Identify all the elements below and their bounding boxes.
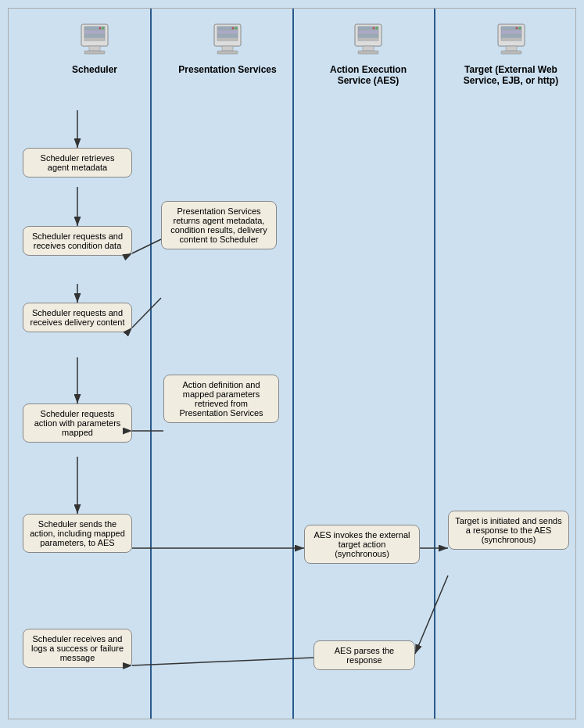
box-scheduler-condition-data: Scheduler requests and receives conditio… [23,226,132,256]
svg-point-34 [518,27,521,30]
box-scheduler-delivery-content: Scheduler requests and receives delivery… [23,303,132,332]
svg-rect-32 [506,46,517,51]
svg-rect-3 [84,30,105,34]
box-scheduler-requests-action: Scheduler requests action with parameter… [23,403,132,443]
svg-point-7 [102,27,105,30]
scheduler-server-icon [75,20,114,59]
svg-point-35 [515,27,518,30]
svg-rect-5 [89,46,100,51]
svg-rect-11 [217,27,238,30]
svg-line-41 [132,298,161,328]
scheduler-column-header: Scheduler [48,20,142,75]
aes-column-header: Action Execution Service (AES) [313,20,423,86]
svg-point-26 [373,27,375,30]
presentation-title: Presentation Services [178,64,276,75]
svg-rect-29 [501,27,521,30]
svg-rect-23 [363,46,374,51]
svg-rect-12 [217,30,238,34]
box-aes-parses: AES parses the response [313,640,415,670]
svg-rect-15 [217,51,238,54]
svg-rect-13 [217,34,238,38]
box-scheduler-sends-action: Scheduler sends the action, including ma… [23,514,132,553]
svg-rect-21 [358,30,378,34]
svg-rect-6 [84,51,105,54]
svg-point-8 [99,27,102,30]
svg-point-16 [235,27,238,30]
box-scheduler-retrieves-metadata: Scheduler retrieves agent metadata [23,148,132,178]
svg-rect-14 [222,46,233,51]
svg-point-17 [232,27,235,30]
svg-line-47 [415,576,448,654]
box-action-definition: Action definition and mapped parameters … [163,375,279,423]
svg-rect-2 [84,27,105,30]
svg-rect-24 [358,51,378,54]
svg-rect-4 [84,34,105,38]
svg-rect-31 [501,34,521,38]
presentation-server-icon [208,20,247,59]
svg-rect-33 [501,51,521,54]
scheduler-title: Scheduler [72,64,117,75]
diagram-container: Scheduler Presentation Services [0,0,584,728]
svg-line-48 [132,658,313,665]
svg-rect-30 [501,30,521,34]
box-presentation-returns: Presentation Services returns agent meta… [161,201,277,249]
box-target-initiated: Target is initiated and sends a response… [448,511,569,550]
svg-point-25 [376,27,378,30]
aes-server-icon [349,20,388,59]
svg-rect-22 [358,34,378,38]
presentation-column-header: Presentation Services [177,20,278,75]
box-aes-invokes: AES invokes the external target action (… [304,525,420,564]
target-column-header: Target (External Web Service, EJB, or ht… [454,20,568,86]
box-scheduler-receives-logs: Scheduler receives and logs a success or… [23,629,132,668]
svg-line-39 [132,239,161,253]
target-server-icon [492,20,531,59]
target-title: Target (External Web Service, EJB, or ht… [454,64,568,86]
aes-title: Action Execution Service (AES) [313,64,423,86]
svg-rect-20 [358,27,378,30]
